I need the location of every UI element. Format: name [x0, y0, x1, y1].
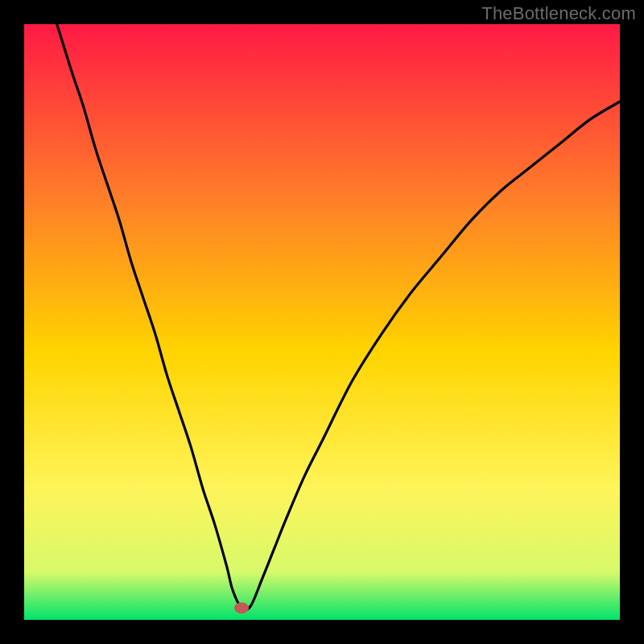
chart-svg	[24, 24, 620, 620]
optimal-point-marker	[234, 602, 249, 613]
plot-area	[24, 24, 620, 620]
gradient-background	[24, 24, 620, 620]
chart-frame: TheBottleneck.com	[0, 0, 644, 644]
watermark-label: TheBottleneck.com	[481, 3, 636, 24]
